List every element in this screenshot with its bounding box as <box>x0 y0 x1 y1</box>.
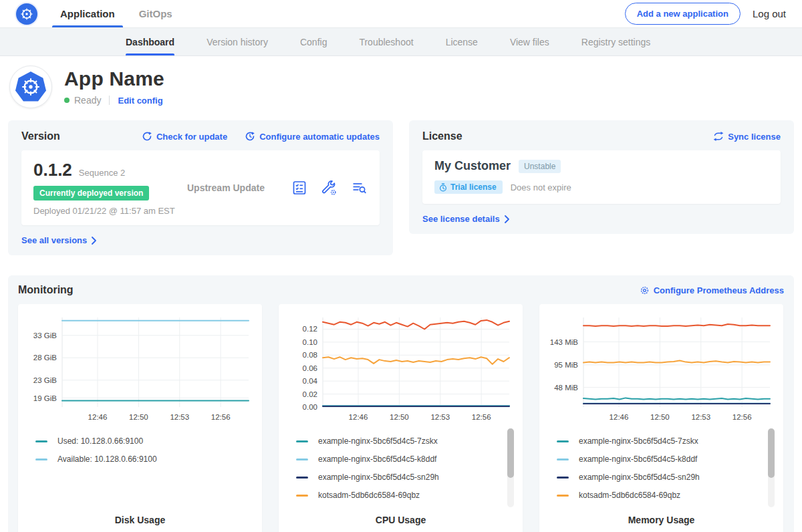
channel-badge: Unstable <box>519 160 561 173</box>
tab-license[interactable]: License <box>446 28 478 55</box>
app-header: App Name Ready Edit config <box>0 56 802 115</box>
svg-text:12:56: 12:56 <box>211 413 231 421</box>
legend-series-label: example-nginx-5bc6f5d4c5-7zskx <box>579 436 698 446</box>
svg-text:0.10: 0.10 <box>303 338 317 346</box>
legend-scrollbar-thumb[interactable] <box>768 428 775 478</box>
top-nav: Application GitOps Add a new application… <box>0 0 802 28</box>
view-deploy-logs-icon[interactable] <box>351 180 368 196</box>
legend-scrollbar[interactable] <box>768 428 775 507</box>
version-card: Version Check for update Configure au <box>8 120 393 255</box>
svg-text:143 MiB: 143 MiB <box>550 338 579 346</box>
app-status-text: Ready <box>74 95 101 106</box>
legend-series-dash <box>557 440 569 442</box>
cpu-usage-chart: 12:4612:5012:5312:560.000.020.040.060.08… <box>284 311 517 428</box>
tab-config[interactable]: Config <box>300 28 327 55</box>
legend-scrollbar-thumb[interactable] <box>507 428 514 478</box>
tab-troubleshoot[interactable]: Troubleshoot <box>359 28 413 55</box>
svg-text:0.06: 0.06 <box>303 364 317 372</box>
monitoring-title: Monitoring <box>18 284 74 296</box>
legend-scrollbar[interactable] <box>507 428 514 507</box>
preflight-checks-icon[interactable] <box>291 180 307 196</box>
svg-text:0.04: 0.04 <box>303 377 318 385</box>
top-nav-tabs: Application GitOps <box>60 0 172 27</box>
version-source-label: Upstream Update <box>187 182 265 193</box>
check-for-update-link[interactable]: Check for update <box>142 131 227 142</box>
legend-item: kotsadm-5db6dc6584-69qbz <box>557 491 778 500</box>
currently-deployed-badge: Currently deployed version <box>33 186 149 201</box>
see-license-details-link[interactable]: See license details <box>422 214 510 224</box>
legend-series-dash <box>557 477 569 479</box>
svg-text:23 GiB: 23 GiB <box>33 376 57 384</box>
legend-series-dash <box>35 458 47 460</box>
see-all-versions-link[interactable]: See all versions <box>21 235 97 245</box>
license-summary-row: My Customer Unstable Trial license Does … <box>422 150 781 204</box>
memory-usage-chart-card: 12:4612:5012:5312:5648 MiB95 MiB143 MiB … <box>539 304 783 532</box>
svg-text:12:46: 12:46 <box>610 413 629 421</box>
legend-item: Used: 10.128.0.66:9100 <box>35 436 257 446</box>
edit-config-icon[interactable] <box>321 180 338 196</box>
disk-usage-legend: Used: 10.128.0.66:9100Available: 10.128.… <box>35 434 257 464</box>
edit-config-link[interactable]: Edit config <box>118 96 162 106</box>
chevron-right-icon <box>91 237 97 245</box>
svg-text:0.08: 0.08 <box>303 351 317 359</box>
legend-series-label: example-nginx-5bc6f5d4c5-7zskx <box>318 436 438 446</box>
svg-text:12:46: 12:46 <box>349 413 368 421</box>
memory-usage-chart-title: Memory Usage <box>545 515 778 527</box>
svg-text:12:56: 12:56 <box>472 413 491 421</box>
legend-item: kotsadm-5db6dc6584-69qbz <box>296 491 517 500</box>
svg-text:28 GiB: 28 GiB <box>33 354 57 362</box>
legend-item: example-nginx-5bc6f5d4c5-7zskx <box>557 436 778 446</box>
top-tab-application[interactable]: Application <box>60 0 115 27</box>
sync-license-link[interactable]: Sync license <box>713 132 781 142</box>
legend-series-dash <box>296 477 308 479</box>
svg-text:12:46: 12:46 <box>88 413 108 421</box>
svg-text:12:50: 12:50 <box>129 413 148 421</box>
auto-update-clock-icon <box>245 131 255 142</box>
tab-version-history[interactable]: Version history <box>207 28 268 55</box>
log-out-link[interactable]: Log out <box>753 8 786 19</box>
current-version-row: 0.1.2 Sequence 2 Currently deployed vers… <box>21 150 380 225</box>
monitoring-section: Monitoring Configure Prometheus Address … <box>8 275 794 532</box>
legend-series-label: example-nginx-5bc6f5d4c5-k8ddf <box>318 454 436 464</box>
svg-text:95 MiB: 95 MiB <box>554 361 578 369</box>
kubernetes-app-icon <box>15 72 46 102</box>
legend-item: example-nginx-5bc6f5d4c5-7zskx <box>296 436 517 446</box>
disk-usage-chart-card: 12:4612:5012:5312:5619 GiB23 GiB28 GiB33… <box>18 304 262 532</box>
legend-series-label: example-nginx-5bc6f5d4c5-sn29h <box>579 473 700 482</box>
legend-series-label: Used: 10.128.0.66:9100 <box>57 436 143 446</box>
trial-license-badge: Trial license <box>434 180 503 194</box>
configure-prometheus-link[interactable]: Configure Prometheus Address <box>640 285 784 295</box>
cpu-usage-legend: example-nginx-5bc6f5d4c5-7zskxexample-ng… <box>296 434 517 500</box>
stopwatch-icon <box>439 183 447 192</box>
page-title: App Name <box>64 68 164 90</box>
refresh-icon <box>142 131 152 142</box>
app-sub-nav: Dashboard Version history Config Trouble… <box>0 28 802 56</box>
svg-text:48 MiB: 48 MiB <box>554 384 578 392</box>
top-tab-gitops[interactable]: GitOps <box>139 0 172 27</box>
legend-series-label: Available: 10.128.0.66:9100 <box>57 454 157 464</box>
deployed-timestamp: Deployed 01/21/22 @ 11:57 am EST <box>33 206 187 216</box>
legend-item: example-nginx-5bc6f5d4c5-sn29h <box>296 473 517 482</box>
configure-automatic-updates-link[interactable]: Configure automatic updates <box>245 131 380 142</box>
legend-series-dash <box>557 458 569 460</box>
tab-registry-settings[interactable]: Registry settings <box>581 28 650 55</box>
legend-item: Available: 10.128.0.66:9100 <box>35 454 257 464</box>
tab-dashboard[interactable]: Dashboard <box>126 28 174 55</box>
svg-text:0.00: 0.00 <box>303 403 317 411</box>
legend-series-dash <box>35 440 47 442</box>
version-card-title: Version <box>21 130 60 142</box>
version-sequence: Sequence 2 <box>79 168 125 178</box>
memory-usage-chart: 12:4612:5012:5312:5648 MiB95 MiB143 MiB <box>545 311 778 428</box>
tab-view-files[interactable]: View files <box>510 28 549 55</box>
disk-usage-chart: 12:4612:5012:5312:5619 GiB23 GiB28 GiB33… <box>23 311 257 428</box>
app-avatar <box>9 65 52 108</box>
cpu-usage-chart-card: 12:4612:5012:5312:560.000.020.040.060.08… <box>279 304 523 532</box>
license-expiry-text: Does not expire <box>511 182 571 192</box>
ready-status-dot <box>64 98 70 103</box>
svg-text:12:53: 12:53 <box>691 413 710 421</box>
legend-item: example-nginx-5bc6f5d4c5-k8ddf <box>557 454 778 464</box>
license-card-title: License <box>422 130 462 142</box>
add-new-application-button[interactable]: Add a new application <box>625 3 741 25</box>
divider <box>109 96 110 105</box>
legend-series-dash <box>557 495 569 497</box>
